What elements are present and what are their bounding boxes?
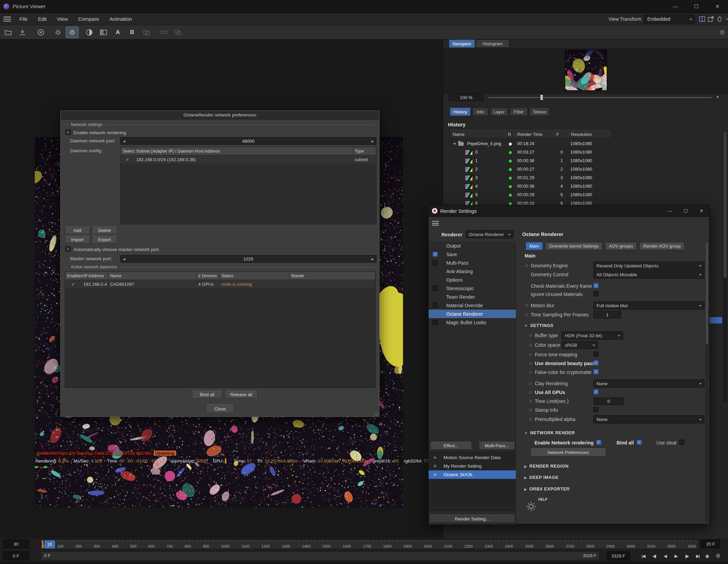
slider-right-arrow-icon[interactable]: ▶ xyxy=(369,139,376,143)
daemon-port-slider[interactable]: ◀ 48000 ▶ xyxy=(120,137,376,145)
tab-render-aov-group[interactable]: Render AOV group xyxy=(639,242,684,250)
dialog-resize-grip[interactable] xyxy=(374,412,378,416)
multipass-button[interactable]: Multi-Pass... xyxy=(479,442,515,450)
tab-layer[interactable]: Layer xyxy=(490,108,508,116)
timeline-ruler[interactable]: 20 0100200300400500600700800900100011001… xyxy=(41,539,698,549)
render-settings-titlebar[interactable]: Render Settings — ☐ ✕ xyxy=(429,205,709,217)
daemon-config-row[interactable]: ✓ 192.168.0.0/24 (192.168.0.38) subnet xyxy=(121,155,376,163)
record-icon[interactable]: ◉ xyxy=(702,551,712,560)
import-button[interactable]: Import xyxy=(65,236,90,244)
network-render-section-header[interactable]: ▼NETWORK RENDER xyxy=(524,430,575,435)
menu-view[interactable]: View xyxy=(52,13,73,25)
current-frame-box[interactable]: 20 F xyxy=(701,539,720,548)
menu-file[interactable]: File xyxy=(14,13,33,25)
hamburger-icon[interactable] xyxy=(3,17,11,21)
goto-end-icon[interactable]: ▶| xyxy=(693,551,702,560)
checkbox-unchecked[interactable] xyxy=(433,260,438,265)
preset-octane-2kx2k[interactable]: ✛Octane 2kX2k xyxy=(429,470,516,479)
preview-range-bar[interactable]: 0 F 3329 F xyxy=(41,551,600,560)
category-team-render[interactable]: Team Render xyxy=(429,293,516,301)
row-selected-check[interactable]: ✓ xyxy=(121,155,134,163)
tab-filter[interactable]: Filter xyxy=(510,108,528,116)
row-enabled-check[interactable]: ✓ xyxy=(65,280,81,288)
deep-image-section-header[interactable]: ▶DEEP IMAGE xyxy=(524,475,558,480)
geometry-engine-select[interactable]: Resend Only Updated Objects xyxy=(593,262,704,270)
minimize-button[interactable]: — xyxy=(662,205,678,216)
checkbox-unchecked[interactable] xyxy=(433,320,438,325)
category-material-override[interactable]: Material Override xyxy=(429,301,516,310)
play-icon[interactable]: ▶ xyxy=(671,551,681,560)
renderer-select[interactable]: Octane Renderer xyxy=(466,230,513,238)
tab-aov-groups[interactable]: AOV groups xyxy=(605,242,637,250)
false-color-cryptomatte-checkbox[interactable]: ✓ xyxy=(593,369,599,374)
ignore-unused-materials-checkbox[interactable] xyxy=(593,291,599,296)
history-row[interactable]: 5 00:00:29 5 1080x1080 xyxy=(443,191,722,199)
category-multipass[interactable]: Multi-Pass xyxy=(429,258,516,267)
end-frame-box[interactable]: 3329 F xyxy=(607,551,630,560)
stamp-info-checkbox[interactable] xyxy=(593,407,599,412)
navigator-thumbnail[interactable] xyxy=(565,50,607,90)
swap-ab-icon[interactable] xyxy=(140,27,153,38)
render-setting-dropdown-button[interactable]: Render Setting... xyxy=(429,515,515,523)
view-transform-select[interactable]: Embedded xyxy=(644,15,695,24)
zoom-slider-track[interactable] xyxy=(488,97,712,98)
enable-network-rendering-checkbox[interactable]: ✓ xyxy=(596,440,601,445)
checkbox-unchecked[interactable] xyxy=(433,286,438,291)
split-view-icon[interactable] xyxy=(698,15,707,23)
checkbox-checked[interactable]: ✓ xyxy=(433,252,438,257)
zoom-options-caret-icon[interactable]: ▼ xyxy=(716,95,719,99)
render-region-section-header[interactable]: ▶RENDER REGION xyxy=(524,464,569,469)
next-key-icon[interactable]: |▶ xyxy=(682,551,692,560)
history-scrollbar[interactable] xyxy=(723,130,727,403)
col-type[interactable]: Type xyxy=(353,147,376,155)
fps-box[interactable]: 30 xyxy=(3,539,29,548)
master-port-slider[interactable]: ◀ 1025 ▶ xyxy=(120,255,376,263)
previous-frame-icon[interactable]: ◀ xyxy=(660,551,670,560)
col-select[interactable]: Select xyxy=(121,147,134,155)
compare-b-button[interactable]: B xyxy=(126,27,138,38)
col-devices[interactable]: # Devices xyxy=(196,272,219,280)
category-stereoscopic[interactable]: Stereoscopic xyxy=(429,284,516,293)
scrollbar-thumb[interactable] xyxy=(706,242,708,344)
premultiplied-alpha-select[interactable]: None xyxy=(593,415,704,423)
close-button[interactable]: ✕ xyxy=(707,0,728,13)
time-sampling-input[interactable]: 1 xyxy=(593,311,621,318)
settings-section-header[interactable]: ▼SETTINGS xyxy=(524,323,554,328)
preset-motion-source[interactable]: ✛Motion Source Render Data xyxy=(429,453,516,462)
col-enabled[interactable]: Enabled xyxy=(65,272,81,280)
close-dialog-button[interactable]: Close xyxy=(206,404,234,413)
viewer-settings-gear-icon[interactable] xyxy=(716,27,728,38)
slider-left-arrow-icon[interactable]: ◀ xyxy=(121,139,127,143)
bind-all-checkbox[interactable]: ✓ xyxy=(637,440,642,445)
menu-overflow-caret-icon[interactable] xyxy=(723,15,728,23)
history-row[interactable]: 0 00:03:27 0 1080x1080 xyxy=(443,148,722,157)
bind-all-button[interactable]: Bind all xyxy=(192,391,222,398)
octane-help-logo-icon[interactable] xyxy=(525,500,537,513)
history-col-name[interactable]: Name xyxy=(451,130,506,138)
use-all-gpus-checkbox[interactable]: ✓ xyxy=(593,389,599,394)
history-col-render-time[interactable]: Render Time xyxy=(515,130,554,138)
tab-histogram[interactable]: Histogram xyxy=(476,40,509,48)
maximize-button[interactable]: ☐ xyxy=(686,0,707,13)
history-parent-row[interactable]: ▼ PepeDrive_II.png 00:18:24 1080x1080 xyxy=(443,140,722,148)
effect-button[interactable]: Effect... xyxy=(430,442,472,450)
save-image-icon[interactable] xyxy=(16,27,29,38)
zoom-value-box[interactable]: 100 % xyxy=(449,94,483,101)
color-space-select[interactable]: sRGB xyxy=(562,341,598,349)
tab-navigator[interactable]: Navigator xyxy=(449,40,475,48)
tab-info[interactable]: Info xyxy=(473,108,488,116)
active-daemon-row[interactable]: ✓ 192.168.0.4 CAD661097 4 GPUs node is r… xyxy=(65,280,375,288)
auto-master-port-checkbox[interactable]: ✓ xyxy=(65,246,71,252)
menu-animation[interactable]: Animation xyxy=(104,13,137,25)
expand-caret-icon[interactable]: ▼ xyxy=(453,142,456,146)
category-output[interactable]: Output xyxy=(429,241,516,250)
params-scrollbar[interactable] xyxy=(706,241,708,522)
add-button[interactable]: Add xyxy=(65,226,90,234)
menu-edit[interactable]: Edit xyxy=(33,13,52,25)
category-magic-bullet-looks[interactable]: Magic Bullet Looks xyxy=(429,318,516,327)
previous-key-icon[interactable]: ◀| xyxy=(649,551,659,560)
clay-rendering-select[interactable]: None xyxy=(593,379,704,388)
history-col-f[interactable]: F xyxy=(554,130,569,138)
compare-a-button[interactable]: A xyxy=(112,27,124,38)
minimize-button[interactable]: — xyxy=(665,0,686,13)
